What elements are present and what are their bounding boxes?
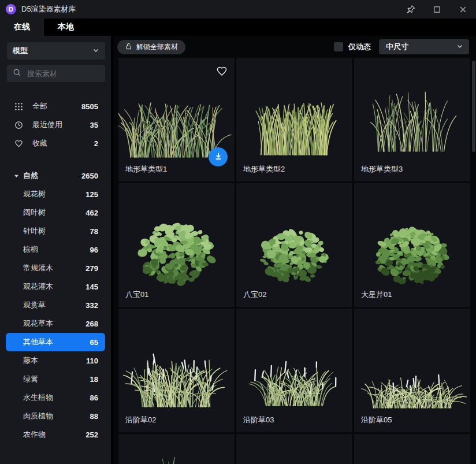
material-thumbnail [354, 434, 470, 464]
material-name: 地形草类型3 [361, 164, 403, 175]
material-thumbnail [236, 183, 352, 307]
size-select-value: 中尺寸 [386, 42, 408, 52]
material-name: 大星芹01 [361, 289, 392, 300]
material-card-partial-3[interactable] [354, 434, 470, 464]
only-dynamic-checkbox[interactable] [334, 42, 343, 51]
material-card-babao-01[interactable]: 八宝01 [118, 183, 235, 307]
unlock-all-label: 解锁全部素材 [136, 42, 178, 52]
sidebar-item-palm[interactable]: 棕榈96 [0, 240, 111, 259]
sidebar-item-label: 肉质植物 [23, 411, 53, 421]
material-name: 地形草类型1 [125, 164, 167, 175]
sidebar-item-vine[interactable]: 藤本110 [0, 351, 111, 370]
only-dynamic-label: 仅动态 [348, 42, 371, 52]
unlock-all-button[interactable]: 解锁全部素材 [117, 40, 185, 54]
close-button[interactable] [450, 0, 476, 18]
sidebar-item-flowering-herb[interactable]: 观花草本268 [0, 314, 111, 333]
sidebar-item-count: 145 [85, 283, 111, 291]
content-toolbar: 解锁全部素材 仅动态 中尺寸 [113, 36, 476, 58]
material-thumbnail [236, 309, 352, 432]
app-window: D D5渲染器素材库 在线 本地 [0, 0, 476, 464]
sidebar-item-label: 棕榈 [23, 244, 38, 255]
sidebar-item-broadleaf-tree[interactable]: 阔叶树462 [0, 203, 111, 222]
scrollbar-thumb[interactable] [472, 61, 475, 152]
size-select[interactable]: 中尺寸 [379, 39, 469, 54]
material-card-terrain-grass-3[interactable]: 地形草类型3 [354, 58, 470, 181]
material-name: 八宝01 [125, 289, 148, 300]
maximize-button[interactable] [424, 0, 450, 18]
sidebar-item-label: 针叶树 [23, 226, 46, 236]
sidebar-item-count: 96 [90, 246, 111, 254]
sidebar-item-count: 110 [86, 357, 111, 365]
sidebar-category-nature[interactable]: 自然2650 [0, 166, 111, 185]
sidebar-item-count: 35 [90, 121, 111, 129]
window-title: D5渲染器素材库 [21, 4, 76, 14]
asset-type-select[interactable]: 模型 [7, 42, 105, 60]
material-card-partial-2[interactable] [236, 434, 352, 464]
sidebar-item-all[interactable]: 全部8505 [0, 97, 111, 116]
sidebar-item-recent[interactable]: 最近使用35 [0, 116, 111, 134]
sidebar-item-regular-shrub[interactable]: 常规灌木279 [0, 259, 111, 277]
tab-local[interactable]: 本地 [44, 18, 88, 36]
search-icon [13, 68, 21, 79]
material-card-yanjiecao-05[interactable]: 沿阶草05 [354, 309, 470, 432]
download-button[interactable] [209, 147, 228, 166]
sidebar-category-count: 2650 [81, 172, 111, 180]
material-card-babao-02[interactable]: 八宝02 [236, 183, 352, 307]
sidebar-item-crop[interactable]: 农作物252 [0, 425, 111, 444]
favorite-heart-icon[interactable] [216, 65, 228, 77]
clock-icon [14, 120, 23, 129]
sidebar-item-label: 最近使用 [32, 120, 62, 130]
sidebar-item-label: 全部 [32, 101, 47, 112]
asset-type-value: 模型 [13, 46, 28, 56]
material-card-yanjiecao-02[interactable]: 沿阶草02 [118, 309, 235, 432]
sidebar-item-aquatic-plant[interactable]: 水生植物86 [0, 388, 111, 407]
sidebar-item-favorites[interactable]: 收藏2 [0, 134, 111, 153]
material-name: 沿阶草02 [125, 415, 156, 425]
material-name: 地形草类型2 [243, 164, 285, 175]
search-box[interactable] [7, 65, 105, 82]
sidebar-item-flowering-shrub[interactable]: 观花灌木145 [0, 277, 111, 296]
sidebar-item-count: 268 [85, 320, 111, 328]
scrollbar [472, 59, 475, 462]
tab-online[interactable]: 在线 [0, 18, 44, 36]
sidebar-item-ornamental-grass[interactable]: 观赏草332 [0, 296, 111, 314]
material-card-terrain-grass-1[interactable]: 地形草类型1 [118, 58, 235, 181]
material-name: 八宝02 [243, 289, 266, 300]
sidebar-item-succulent[interactable]: 肉质植物88 [0, 407, 111, 425]
pin-icon [406, 5, 416, 14]
sidebar-item-hedge[interactable]: 绿篱18 [0, 370, 111, 388]
tab-bar: 在线 本地 [0, 18, 476, 36]
chevron-down-icon [456, 43, 463, 51]
material-thumbnail [236, 58, 352, 181]
window-controls [398, 0, 476, 18]
sidebar-item-label: 观赏草 [23, 300, 46, 310]
sidebar-item-count: 65 [90, 338, 105, 347]
sidebar-category-list: 自然2650观花树125阔叶树462针叶树78棕榈96常规灌木279观花灌木14… [0, 166, 111, 444]
sidebar-item-label: 农作物 [23, 429, 46, 440]
sidebar-item-label: 收藏 [32, 138, 47, 149]
search-input[interactable] [26, 69, 92, 79]
sidebar-item-conifer-tree[interactable]: 针叶树78 [0, 222, 111, 240]
material-card-partial-1[interactable] [118, 434, 235, 464]
material-card-terrain-grass-2[interactable]: 地形草类型2 [236, 58, 352, 181]
sidebar-item-count: 88 [90, 412, 111, 421]
sidebar-item-label: 绿篱 [23, 374, 38, 384]
material-thumbnail [118, 434, 235, 464]
sidebar-item-flowering-tree[interactable]: 观花树125 [0, 185, 111, 203]
sidebar-item-other-herb[interactable]: 其他草本65 [6, 333, 105, 351]
sidebar-item-count: 125 [85, 190, 111, 199]
sidebar-item-label: 其他草本 [23, 337, 53, 347]
pin-button[interactable] [398, 0, 424, 18]
download-icon [214, 151, 223, 162]
chevron-down-icon [92, 47, 99, 55]
sidebar-item-label: 水生植物 [23, 392, 53, 403]
sidebar-item-count: 78 [90, 227, 111, 236]
heart-icon [14, 139, 23, 148]
sidebar-quick-list: 全部8505最近使用35收藏2 [0, 97, 111, 153]
sidebar-item-count: 279 [85, 264, 111, 273]
material-card-yanjiecao-03[interactable]: 沿阶草03 [236, 309, 352, 432]
sidebar-item-label: 常规灌木 [23, 263, 53, 273]
sidebar-category-label: 自然 [23, 170, 38, 181]
material-card-daxingqin-01[interactable]: 大星芹01 [354, 183, 470, 307]
material-thumbnail [118, 309, 235, 432]
